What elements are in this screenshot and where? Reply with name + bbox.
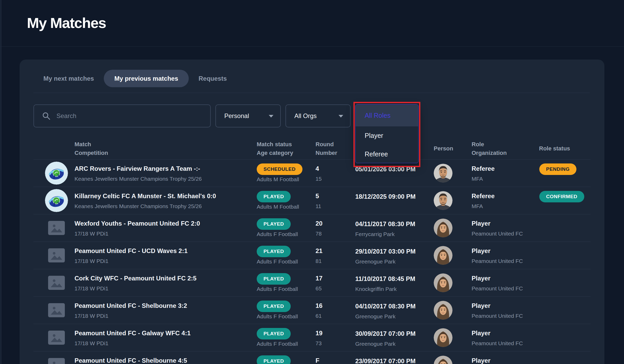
column-header-person: Person — [434, 144, 453, 153]
table-row[interactable]: Peamount United FC - Galway WFC 4:1 17/1… — [33, 324, 591, 351]
match-datetime: 11/10/2017 08:45 PM — [355, 275, 415, 283]
female-avatar — [434, 301, 453, 320]
table-header: Match Competition Match status Age categ… — [33, 138, 591, 159]
round: 17 — [316, 275, 323, 282]
match-status-badge: PLAYED — [257, 191, 291, 202]
role-organization: Peamount United FC — [472, 231, 523, 237]
match-status-badge: PLAYED — [257, 218, 291, 230]
search-icon — [42, 111, 51, 120]
venue: Ferrycarrig Park — [355, 231, 395, 237]
table-row[interactable]: Cork City WFC - Peamount United FC 2:5 1… — [33, 269, 591, 296]
person-avatar — [434, 301, 453, 320]
round: 16 — [316, 302, 323, 309]
role-dropdown-menu: All RolesPlayerReferee — [355, 104, 419, 163]
age-category: Adults F Football — [257, 313, 298, 320]
role: Referee — [472, 165, 495, 172]
match-datetime: 04/10/2017 08:30 PM — [355, 303, 416, 310]
match-title[interactable]: Peamount United FC - UCD Waves 2:1 — [75, 247, 188, 255]
column-header-round-number: Round Number — [316, 140, 337, 157]
match-datetime: 30/09/2017 07:00 PM — [355, 330, 416, 337]
age-category: Adults M Football — [257, 204, 299, 210]
match-title[interactable]: Peamount United FC - Galway WFC 4:1 — [75, 330, 191, 337]
match-status-badge: SCHEDULED — [257, 163, 302, 175]
round-number: 61 — [316, 313, 322, 319]
round-number: 81 — [316, 258, 322, 264]
competition-name: 17/18 W PDi1 — [75, 231, 108, 237]
match-title[interactable]: Cork City WFC - Peamount United FC 2:5 — [75, 275, 197, 282]
match-datetime: 05/01/2026 03:00 PM — [355, 166, 416, 173]
round: 19 — [316, 330, 323, 337]
header-divider — [0, 46, 624, 47]
round: 4 — [316, 165, 319, 172]
female-avatar — [434, 219, 453, 237]
person-avatar — [434, 246, 453, 265]
column-header-role-status: Role status — [539, 144, 570, 153]
competition-logo — [45, 162, 68, 185]
role: Player — [472, 302, 490, 309]
table-row[interactable]: Peamount United FC - UCD Waves 2:1 17/18… — [33, 242, 591, 269]
match-status-badge: PLAYED — [257, 328, 291, 339]
role-organization: Peamount United FC — [472, 313, 523, 319]
female-avatar — [434, 328, 453, 347]
table-row[interactable]: Wexford Youths - Peamount United FC 2:0 … — [33, 214, 591, 242]
chevron-down-icon — [339, 115, 343, 118]
table-row[interactable]: Killarney Celtic FC A Munster - St. Mich… — [33, 187, 591, 214]
age-category: Adults F Football — [257, 259, 298, 265]
match-title[interactable]: ARC Rovers - Fairview Rangers A Team -:- — [75, 165, 200, 172]
image-placeholder-icon — [48, 221, 65, 235]
tab-my-previous-matches[interactable]: My previous matches — [104, 70, 188, 87]
person-avatar — [434, 273, 453, 292]
org-select-value: All Orgs — [294, 112, 317, 120]
match-title[interactable]: Wexford Youths - Peamount United FC 2:0 — [75, 220, 200, 227]
image-placeholder-icon — [48, 303, 65, 317]
match-status-badge: PLAYED — [257, 273, 291, 285]
tab-my-next-matches[interactable]: My next matches — [33, 70, 104, 87]
round: 20 — [316, 220, 323, 227]
age-category: Adults F Football — [257, 231, 298, 237]
female-avatar — [434, 246, 453, 265]
match-title[interactable]: Killarney Celtic FC A Munster - St. Mich… — [75, 192, 216, 200]
role: Player — [472, 330, 490, 337]
match-title[interactable]: Peamount United FC - Shelbourne 3:2 — [75, 302, 187, 309]
person-avatar — [434, 164, 453, 183]
role-organization: MFA — [472, 203, 483, 209]
role-status-badge: CONFIRMED — [539, 191, 584, 202]
match-status-badge: PLAYED — [257, 246, 291, 257]
role-option-all-roles[interactable]: All Roles — [356, 104, 418, 126]
column-header-match-competition: Match Competition — [75, 140, 108, 157]
venue: Greenogue Park — [355, 313, 396, 320]
male-avatar — [434, 191, 453, 210]
scope-select-value: Personal — [224, 112, 249, 120]
round-number: 15 — [316, 176, 322, 182]
match-title[interactable]: Peamount United FC - Shelbourne 4:5 — [75, 357, 187, 364]
competition-name: 17/18 W PDi1 — [75, 258, 108, 264]
scope-select[interactable]: Personal — [215, 104, 281, 127]
match-status-badge: PLAYED — [257, 301, 291, 312]
search-box[interactable] — [33, 104, 211, 127]
round: 5 — [316, 192, 319, 200]
round-number: 73 — [316, 340, 322, 347]
table-row[interactable]: Peamount United FC - Shelbourne 3:2 17/1… — [33, 296, 591, 324]
female-avatar — [434, 356, 453, 364]
match-datetime: 04/11/2017 08:30 PM — [355, 220, 415, 228]
role-option-player[interactable]: Player — [356, 126, 418, 145]
age-category: Adults M Football — [257, 176, 299, 183]
role: Player — [472, 220, 490, 227]
round: 21 — [316, 247, 323, 255]
round: F — [316, 357, 319, 364]
role-option-referee[interactable]: Referee — [356, 145, 418, 163]
venue: Knockgriffin Park — [355, 286, 397, 292]
tab-requests[interactable]: Requests — [189, 70, 237, 87]
column-header-role-organization: Role Organization — [472, 140, 507, 157]
tabs: My next matchesMy previous matchesReques… — [33, 70, 237, 87]
search-input[interactable] — [56, 112, 203, 120]
role-organization: MFA — [472, 176, 483, 182]
table-row[interactable]: ARC Rovers - Fairview Rangers A Team -:-… — [33, 159, 591, 187]
org-select[interactable]: All Orgs — [285, 104, 351, 127]
role: Player — [472, 357, 490, 364]
table-row[interactable]: Peamount United FC - Shelbourne 4:5 PLAY… — [33, 351, 591, 364]
matches-card: My next matchesMy previous matchesReques… — [20, 60, 604, 364]
person-avatar — [434, 191, 453, 210]
round-number: 78 — [316, 231, 322, 237]
role-organization: Peamount United FC — [472, 340, 523, 347]
